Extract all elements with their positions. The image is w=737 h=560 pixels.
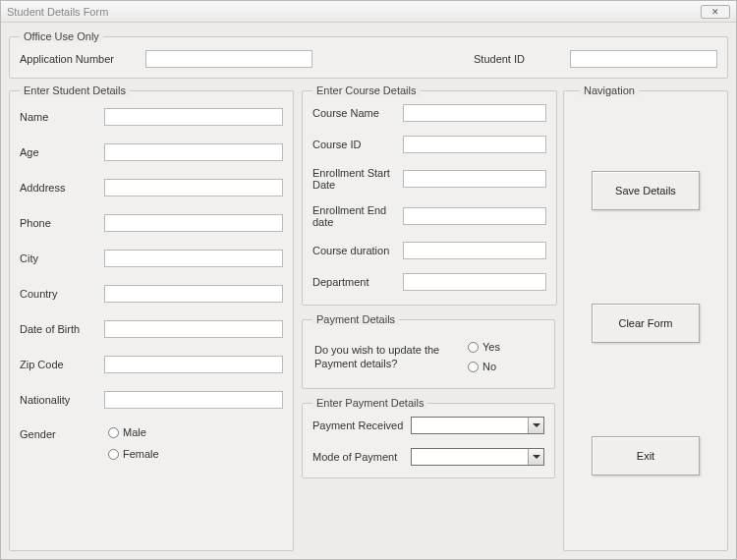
zip-label: Zip Code bbox=[20, 359, 104, 370]
client-area: Office Use Only Application Number Stude… bbox=[1, 23, 736, 559]
payment-question-fieldset: Payment Details Do you wish to update th… bbox=[302, 313, 555, 389]
gender-male-option[interactable]: Male bbox=[108, 426, 159, 438]
pay-no-option[interactable]: No bbox=[468, 361, 500, 372]
phone-input[interactable] bbox=[104, 214, 283, 232]
window-title: Student Details Form bbox=[7, 6, 108, 18]
gender-female-radio[interactable] bbox=[108, 449, 119, 460]
application-number-input[interactable] bbox=[145, 50, 312, 68]
enroll-end-label: Enrollment End date bbox=[312, 204, 403, 228]
pay-yes-radio[interactable] bbox=[468, 342, 479, 353]
payment-received-select[interactable] bbox=[411, 417, 544, 434]
course-name-input[interactable] bbox=[403, 104, 546, 122]
student-details-window: Student Details Form ✕ Office Use Only A… bbox=[0, 0, 737, 560]
gender-label: Gender bbox=[20, 426, 104, 440]
payment-details-legend: Enter Payment Details bbox=[312, 397, 427, 409]
age-input[interactable] bbox=[104, 143, 283, 161]
payment-mode-label: Mode of Payment bbox=[312, 451, 411, 463]
course-duration-label: Course duration bbox=[312, 245, 403, 256]
phone-label: Phone bbox=[20, 217, 104, 229]
city-input[interactable] bbox=[104, 250, 283, 267]
close-icon[interactable]: ✕ bbox=[701, 5, 730, 19]
dob-label: Date of Birth bbox=[20, 323, 104, 335]
chevron-down-icon bbox=[528, 418, 543, 433]
navigation-fieldset: Navigation Save Details Clear Form Exit bbox=[563, 84, 728, 551]
payment-received-label: Payment Received bbox=[312, 420, 411, 431]
save-details-button[interactable]: Save Details bbox=[592, 171, 700, 210]
city-label: City bbox=[20, 252, 104, 264]
payment-q-legend: Payment Details bbox=[312, 313, 399, 325]
nationality-label: Nationality bbox=[20, 394, 104, 406]
course-details-fieldset: Enter Course Details Course Name Course … bbox=[302, 84, 557, 306]
pay-yes-option[interactable]: Yes bbox=[468, 341, 500, 353]
course-name-label: Course Name bbox=[312, 107, 403, 119]
age-label: Age bbox=[20, 146, 104, 158]
name-input[interactable] bbox=[104, 108, 283, 126]
address-input[interactable] bbox=[104, 179, 283, 196]
student-legend: Enter Student Details bbox=[20, 84, 130, 96]
exit-button[interactable]: Exit bbox=[592, 436, 700, 476]
payment-question-text: Do you wish to update the Payment detail… bbox=[314, 343, 452, 371]
country-label: Country bbox=[20, 288, 104, 300]
address-label: Adddress bbox=[20, 182, 104, 194]
course-legend: Enter Course Details bbox=[312, 84, 421, 96]
enroll-start-input[interactable] bbox=[403, 170, 546, 188]
window-titlebar: Student Details Form ✕ bbox=[1, 1, 736, 23]
office-legend: Office Use Only bbox=[20, 30, 103, 42]
clear-form-button[interactable]: Clear Form bbox=[592, 304, 700, 343]
department-label: Department bbox=[312, 276, 403, 288]
course-id-label: Course ID bbox=[312, 139, 403, 150]
office-use-fieldset: Office Use Only Application Number Stude… bbox=[9, 30, 728, 79]
enroll-end-input[interactable] bbox=[403, 207, 546, 225]
gender-male-radio[interactable] bbox=[108, 427, 119, 438]
student-id-input[interactable] bbox=[570, 50, 717, 68]
chevron-down-icon bbox=[528, 449, 543, 465]
nav-legend: Navigation bbox=[580, 84, 639, 96]
nationality-input[interactable] bbox=[104, 391, 283, 409]
name-label: Name bbox=[20, 111, 104, 123]
student-details-fieldset: Enter Student Details Name Age Adddress … bbox=[9, 84, 294, 551]
course-id-input[interactable] bbox=[403, 136, 546, 153]
pay-no-radio[interactable] bbox=[468, 362, 479, 372]
enroll-start-label: Enrollment Start Date bbox=[312, 167, 403, 191]
country-input[interactable] bbox=[104, 285, 283, 303]
course-duration-input[interactable] bbox=[403, 242, 546, 259]
payment-mode-select[interactable] bbox=[411, 448, 544, 466]
student-id-label: Student ID bbox=[474, 53, 552, 65]
department-input[interactable] bbox=[403, 273, 546, 291]
application-number-label: Application Number bbox=[20, 53, 128, 65]
payment-details-fieldset: Enter Payment Details Payment Received M… bbox=[302, 397, 555, 478]
gender-female-option[interactable]: Female bbox=[108, 448, 159, 460]
zip-input[interactable] bbox=[104, 356, 283, 373]
dob-input[interactable] bbox=[104, 320, 283, 338]
